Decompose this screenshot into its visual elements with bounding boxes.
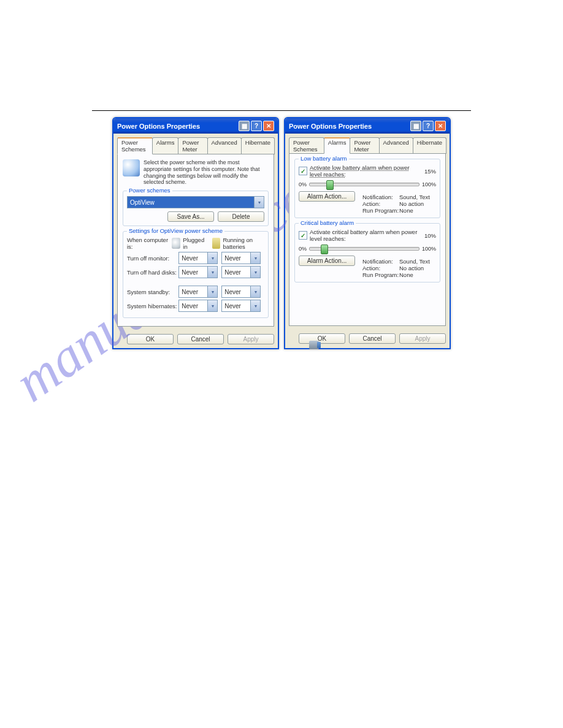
chevron-down-icon: ▾ [254, 197, 264, 208]
tab-alarms[interactable]: Alarms [324, 137, 351, 154]
tab-alarms[interactable]: Alarms [152, 137, 179, 154]
standby-batt-select[interactable]: Never▾ [221, 286, 261, 298]
intro-text: Select the power scheme with the most ap… [144, 159, 269, 186]
critical-alarm-action-button[interactable]: Alarm Action... [299, 256, 355, 266]
critical-alarm-checkbox[interactable]: ✓ [299, 231, 307, 240]
tab-advanced[interactable]: Advanced [207, 137, 242, 154]
battery-icon [212, 238, 221, 249]
tab-advanced[interactable]: Advanced [379, 137, 413, 154]
standby-plugged-select[interactable]: Never▾ [178, 286, 218, 298]
chevron-down-icon: ▾ [250, 252, 260, 264]
low-slider[interactable] [309, 183, 419, 186]
slider-max: 100% [422, 246, 436, 252]
tabs: Power Schemes Alarms Power Meter Advance… [117, 137, 274, 154]
window-title: Power Options Properties [117, 123, 200, 130]
chevron-down-icon: ▾ [207, 252, 217, 264]
low-percent: 15% [418, 168, 436, 175]
divider [92, 110, 471, 111]
save-as-button[interactable]: Save As... [167, 211, 214, 222]
chevron-down-icon: ▾ [250, 286, 260, 297]
chevron-down-icon: ▾ [250, 300, 260, 311]
group-title: Critical battery alarm [299, 219, 356, 226]
dialog-alarms: Power Options Properties ▦ ? ✕ Power Sch… [284, 117, 451, 349]
chevron-down-icon: ▾ [250, 267, 260, 278]
app-icon-button[interactable]: ▦ [239, 121, 250, 131]
window-title: Power Options Properties [289, 123, 372, 130]
group-title: Settings for OptiView power scheme [127, 227, 224, 234]
monitor-batt-select[interactable]: Never▾ [221, 252, 261, 264]
plug-icon [172, 238, 180, 249]
row-hibernate: System hibernates: Never▾ Never▾ [127, 300, 264, 312]
delete-button[interactable]: Delete [218, 211, 264, 222]
scheme-select[interactable]: OptiView ▾ [127, 196, 264, 208]
critical-percent: 10% [418, 232, 436, 239]
hdd-batt-select[interactable]: Never▾ [221, 266, 261, 278]
group-title: Power schemes [127, 187, 172, 194]
apply-button[interactable]: Apply [399, 333, 446, 344]
app-icon-button[interactable]: ▦ [410, 121, 421, 131]
apply-button[interactable]: Apply [228, 334, 274, 344]
row-harddisks: Turn off hard disks: Never▾ Never▾ [127, 266, 264, 278]
titlebar[interactable]: Power Options Properties ▦ ? ✕ [285, 118, 450, 134]
close-button[interactable]: ✕ [435, 121, 446, 131]
tab-hibernate[interactable]: Hibernate [413, 137, 446, 154]
battery-monitor-icon [123, 159, 140, 176]
chevron-down-icon: ▾ [207, 267, 217, 278]
tray-power-icon [309, 341, 319, 349]
hibernate-plugged-select[interactable]: Never▾ [178, 300, 218, 312]
ok-button[interactable]: OK [299, 333, 345, 344]
group-critical-battery: Critical battery alarm ✓ Activate critic… [294, 223, 440, 282]
slider-max: 100% [422, 181, 436, 188]
group-power-schemes: Power schemes OptiView ▾ Save As... Dele… [123, 191, 269, 226]
critical-alarm-label: Activate critical battery alarm when pow… [310, 229, 418, 242]
hibernate-batt-select[interactable]: Never▾ [221, 300, 261, 312]
tabs: Power Schemes Alarms Power Meter Advance… [289, 137, 446, 154]
dialog-power-schemes: Power Options Properties ▦ ? ✕ Power Sch… [112, 117, 279, 349]
slider-min: 0% [299, 246, 307, 252]
slider-thumb[interactable] [326, 180, 334, 190]
help-button[interactable]: ? [423, 121, 434, 131]
group-low-battery: Low battery alarm ✓ Activate low battery… [294, 159, 440, 218]
plugged-label: Plugged in [183, 237, 209, 250]
hdd-plugged-select[interactable]: Never▾ [178, 266, 218, 278]
low-alarm-action-button[interactable]: Alarm Action... [299, 191, 355, 202]
tab-power-schemes[interactable]: Power Schemes [117, 137, 153, 154]
header-label: When computer is: [127, 237, 169, 250]
slider-thumb[interactable] [321, 245, 328, 254]
close-button[interactable]: ✕ [263, 121, 274, 131]
help-button[interactable]: ? [251, 121, 262, 131]
tab-hibernate[interactable]: Hibernate [241, 137, 275, 154]
cancel-button[interactable]: Cancel [349, 333, 396, 344]
chevron-down-icon: ▾ [207, 286, 217, 297]
ok-button[interactable]: OK [127, 334, 174, 344]
cancel-button[interactable]: Cancel [177, 334, 224, 344]
titlebar[interactable]: Power Options Properties ▦ ? ✕ [113, 118, 278, 134]
group-scheme-settings: Settings for OptiView power scheme When … [123, 231, 269, 318]
tab-power-meter[interactable]: Power Meter [178, 137, 207, 154]
tab-power-meter[interactable]: Power Meter [350, 137, 379, 154]
group-title: Low battery alarm [299, 155, 349, 162]
low-alarm-checkbox[interactable]: ✓ [299, 167, 307, 175]
tab-power-schemes[interactable]: Power Schemes [289, 137, 324, 154]
monitor-plugged-select[interactable]: Never▾ [178, 252, 218, 264]
low-alarm-label: Activate low battery alarm when power le… [310, 164, 418, 178]
chevron-down-icon: ▾ [207, 300, 217, 311]
critical-slider[interactable] [309, 247, 419, 251]
row-standby: System standby: Never▾ Never▾ [127, 286, 264, 298]
batteries-label: Running on batteries [223, 237, 264, 250]
slider-min: 0% [299, 181, 307, 188]
row-monitor: Turn off monitor: Never▾ Never▾ [127, 252, 264, 264]
